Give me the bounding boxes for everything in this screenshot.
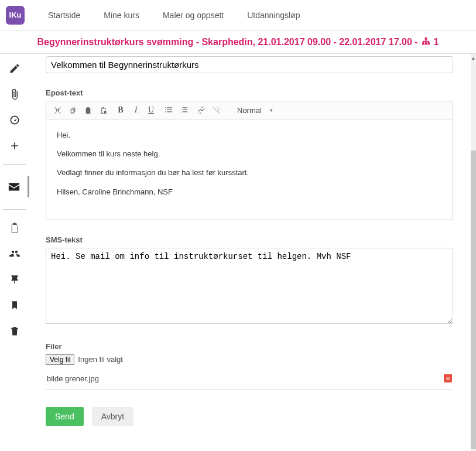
breadcrumb-count: 1	[434, 37, 439, 47]
email-line: Hei.	[57, 130, 442, 141]
sms-label: SMS-tekst	[46, 235, 453, 244]
bold-button[interactable]: B	[115, 105, 126, 115]
email-body[interactable]: Hei. Velkommen til kurs neste helg. Vedl…	[46, 119, 453, 220]
nav-startside[interactable]: Startside	[48, 11, 80, 20]
breadcrumb-text: Begynnerinstruktørkurs svømming - Skarph…	[37, 37, 418, 47]
sitemap-icon	[422, 37, 430, 46]
sms-textarea[interactable]	[46, 248, 453, 324]
paste-plain-icon[interactable]	[98, 105, 108, 115]
unlink-icon[interactable]	[211, 105, 222, 115]
email-editor: B I U Normal ▾	[46, 101, 453, 220]
breadcrumb[interactable]: Begynnerinstruktørkurs svømming - Skarph…	[0, 30, 476, 54]
scroll-up-icon[interactable]: ▴	[471, 54, 476, 62]
top-bar: IKu Startside Mine kurs Maler og oppsett…	[0, 0, 476, 30]
format-label: Normal	[237, 106, 262, 115]
chevron-down-icon: ▾	[270, 107, 273, 113]
cancel-button[interactable]: Avbryt	[92, 407, 133, 426]
envelope-icon[interactable]	[1, 176, 29, 197]
file-status: Ingen fil valgt	[78, 355, 123, 364]
email-line: Vedlagt finner du informasjon du bør ha …	[57, 168, 442, 178]
epost-label: Epost-text	[46, 88, 453, 97]
copy-icon[interactable]	[67, 105, 78, 115]
app-logo[interactable]: IKu	[6, 6, 25, 25]
italic-button[interactable]: I	[131, 105, 141, 115]
scroll-thumb[interactable]	[471, 151, 476, 449]
filer-label: Filer	[46, 342, 453, 351]
choose-file-button[interactable]: Velg fil	[46, 354, 74, 365]
editor-toolbar: B I U Normal ▾	[46, 101, 453, 119]
ordered-list-icon[interactable]	[163, 105, 174, 115]
send-button[interactable]: Send	[46, 407, 84, 426]
trash-icon[interactable]	[8, 324, 21, 337]
email-line: Velkommen til kurs neste helg.	[57, 149, 442, 159]
side-rail	[0, 54, 29, 451]
users-icon[interactable]	[8, 247, 21, 260]
subject-input[interactable]	[46, 56, 453, 73]
badge-icon[interactable]	[8, 273, 21, 286]
paperclip-icon[interactable]	[8, 88, 21, 101]
attached-file-row: bilde grener.jpg ✕	[46, 371, 453, 390]
format-dropdown[interactable]: Normal ▾	[237, 106, 273, 115]
email-line: Hilsen, Caroline Brinchmann, NSF	[57, 187, 442, 197]
clipboard-icon[interactable]	[8, 221, 21, 234]
unordered-list-icon[interactable]	[179, 105, 189, 115]
cut-icon[interactable]	[52, 105, 63, 115]
top-nav: Startside Mine kurs Maler og oppsett Utd…	[48, 11, 300, 20]
bookmark-icon[interactable]	[8, 299, 21, 312]
nav-utdanningslop[interactable]: Utdanningsløp	[247, 11, 300, 20]
nav-maler[interactable]: Maler og oppsett	[163, 11, 224, 20]
attached-file-name: bilde grener.jpg	[47, 374, 99, 383]
remove-file-icon[interactable]: ✕	[444, 374, 452, 382]
link-icon[interactable]	[196, 105, 207, 115]
file-picker-row: Velg fil Ingen fil valgt	[46, 354, 453, 365]
gauge-icon[interactable]	[8, 114, 21, 127]
main-content: Epost-text B I U	[29, 54, 471, 451]
pencil-icon[interactable]	[8, 62, 21, 75]
plus-icon[interactable]	[8, 139, 21, 152]
scrollbar[interactable]: ▴	[471, 54, 476, 451]
form-actions: Send Avbryt	[46, 407, 453, 426]
underline-button[interactable]: U	[146, 105, 156, 115]
nav-mine-kurs[interactable]: Mine kurs	[104, 11, 139, 20]
paste-icon[interactable]	[83, 105, 93, 115]
